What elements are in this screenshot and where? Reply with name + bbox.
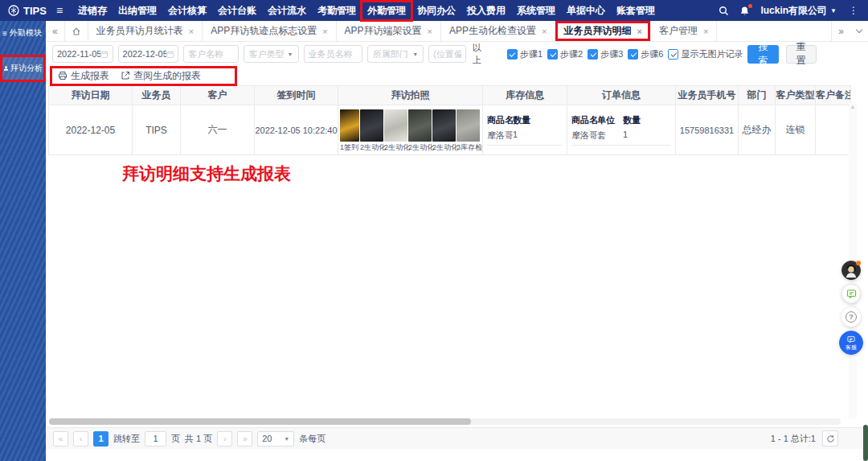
tabs-collapse-button[interactable]: « [46, 21, 65, 41]
visit-photo[interactable]: 3库存检 [457, 109, 480, 153]
sidebar-module-header[interactable]: ≡ 外勤模块 [0, 21, 46, 45]
page-size-select[interactable]: 20 ▼ [257, 431, 294, 447]
cell-customer-note [816, 105, 851, 155]
checkbox-checked-icon[interactable] [588, 49, 598, 60]
deviation-field[interactable] [428, 45, 466, 63]
topnav-item[interactable]: 投入费用 [461, 2, 511, 20]
brand-label: TIPS [23, 5, 47, 17]
topnav-item[interactable]: 会计流水 [262, 2, 312, 20]
kebab-menu-icon[interactable]: ⋮ [847, 5, 860, 16]
current-page-button[interactable]: 1 [93, 431, 108, 447]
tab[interactable]: APP拜访端架设置 × [337, 21, 441, 41]
tab-close-icon[interactable]: × [428, 27, 432, 36]
horizontal-scrollbar[interactable] [49, 418, 841, 425]
date-from-input[interactable] [57, 49, 100, 59]
filter-actions: 搜索 重置 [747, 45, 817, 64]
chat-button[interactable] [841, 284, 861, 303]
table-row[interactable]: 2022-12-05 TIPS 六一 2022-12-05 10:22:40 1… [49, 105, 851, 155]
tab-close-icon[interactable]: × [542, 27, 547, 36]
notifications-button[interactable] [739, 6, 750, 16]
tabs-expand-button[interactable]: » [831, 21, 850, 41]
topnav-item[interactable]: 进销存 [72, 2, 113, 20]
deviation-input[interactable] [433, 49, 461, 59]
checkbox[interactable]: 步骤2 [547, 48, 583, 60]
view-reports-button[interactable]: 查阅生成的报表 [121, 69, 201, 83]
checkbox-checked-icon[interactable] [668, 49, 678, 60]
home-tab-button[interactable] [65, 21, 88, 41]
last-page-button[interactable]: » [237, 431, 252, 447]
support-avatar-button[interactable] [841, 261, 861, 280]
tab-close-icon[interactable]: × [322, 27, 327, 36]
tab[interactable]: 业务员拜访明细 × [555, 21, 650, 41]
topnav-item[interactable]: 账套管理 [611, 2, 661, 20]
tab[interactable]: APP生动化检查设置 × [441, 21, 555, 41]
photo-thumbnail[interactable] [384, 109, 407, 142]
checkbox[interactable]: 步骤1 [507, 48, 542, 60]
search-button[interactable]: 搜索 [747, 45, 778, 64]
next-page-button[interactable]: › [217, 431, 232, 447]
jump-page-input[interactable] [145, 431, 166, 447]
checkbox[interactable]: 步骤6 [628, 48, 663, 60]
sidebar-item-visit-analysis[interactable]: 拜访分析 [0, 55, 46, 82]
customer-name-input[interactable] [188, 49, 233, 59]
page-scrollbar-thumb[interactable] [863, 425, 868, 461]
customer-type-select[interactable]: 客户类型 ▼ [244, 45, 299, 63]
tab-close-icon[interactable]: × [703, 27, 708, 36]
department-select[interactable]: 所属部门 ▼ [367, 45, 424, 63]
checkbox-checked-icon[interactable] [507, 49, 518, 60]
hamburger-menu-icon[interactable]: ≡ [53, 4, 66, 17]
prev-page-button[interactable]: ‹ [73, 431, 88, 447]
date-from-field[interactable] [52, 45, 113, 63]
visit-photo[interactable]: 2生动化 [432, 109, 456, 153]
visit-photo[interactable]: 2生动化 [408, 109, 432, 153]
salesman-name-field[interactable] [304, 45, 362, 63]
checkbox-checked-icon[interactable] [628, 49, 638, 60]
department-placeholder: 所属部门 [373, 48, 408, 60]
date-to-input[interactable] [123, 49, 166, 59]
tab[interactable]: 客户管理 × [651, 21, 717, 41]
salesman-name-input[interactable] [309, 49, 358, 59]
topnav-item[interactable]: 系统管理 [511, 2, 561, 20]
tab[interactable]: 业务员拜访月统计表 × [88, 21, 203, 41]
horizontal-scrollbar-thumb[interactable] [49, 418, 471, 425]
visit-detail-table: 拜访日期业务员客户签到时间拜访拍照库存信息订单信息业务员手机号部门客户类型客户备… [48, 85, 851, 155]
visit-photo[interactable]: 2生动化 [384, 109, 407, 153]
tab-close-icon[interactable]: × [637, 27, 641, 36]
tab-close-icon[interactable]: × [189, 27, 194, 36]
visit-photo[interactable]: 2生动化 [360, 109, 383, 153]
photo-thumbnail[interactable] [340, 109, 359, 142]
date-to-field[interactable] [118, 45, 179, 63]
tab[interactable]: APP拜访轨迹点标志设置 × [203, 21, 336, 41]
topnav-item[interactable]: 出纳管理 [113, 2, 162, 20]
person-icon [3, 64, 9, 72]
search-icon[interactable] [719, 6, 729, 16]
topnav-item[interactable]: 协同办公 [411, 2, 461, 20]
photo-thumbnail[interactable] [457, 109, 480, 142]
brand[interactable]: TIPS [8, 5, 47, 17]
company-menu[interactable]: luckin有限公司 ▼ [760, 4, 837, 18]
customer-name-field[interactable] [183, 45, 238, 63]
topnav-item[interactable]: 会计核算 [162, 2, 212, 20]
scroll-up-arrow-icon[interactable]: ▲ [849, 103, 857, 111]
refresh-button[interactable] [822, 430, 838, 447]
help-button[interactable]: ? [841, 307, 861, 327]
topnav-item[interactable]: 考勤管理 [312, 2, 362, 20]
generate-report-button[interactable]: 生成报表 [58, 69, 109, 83]
checkbox-checked-icon[interactable] [547, 49, 558, 60]
tab-label: APP拜访端架设置 [345, 24, 422, 38]
visit-photo[interactable]: 1签到 [340, 109, 359, 153]
photo-thumbnail[interactable] [432, 109, 456, 142]
topnav-item[interactable]: 单据中心 [561, 2, 611, 20]
topnav-item-label: 会计核算 [168, 5, 207, 16]
checkbox[interactable]: 步骤3 [588, 48, 623, 60]
annotation-box-toolbar: 生成报表 查阅生成的报表 [50, 66, 237, 86]
topnav-item[interactable]: 外勤管理 [362, 2, 411, 20]
checkbox[interactable]: 显示无图片记录 [668, 48, 743, 60]
photo-thumbnail[interactable] [360, 109, 383, 142]
photo-thumbnail[interactable] [408, 109, 432, 142]
reset-button[interactable]: 重置 [786, 45, 817, 64]
first-page-button[interactable]: « [53, 431, 68, 447]
customer-service-button[interactable]: 客服 [839, 331, 863, 355]
topnav-item[interactable]: 会计台账 [212, 2, 262, 20]
tabs-dropdown-button[interactable] [850, 21, 868, 41]
